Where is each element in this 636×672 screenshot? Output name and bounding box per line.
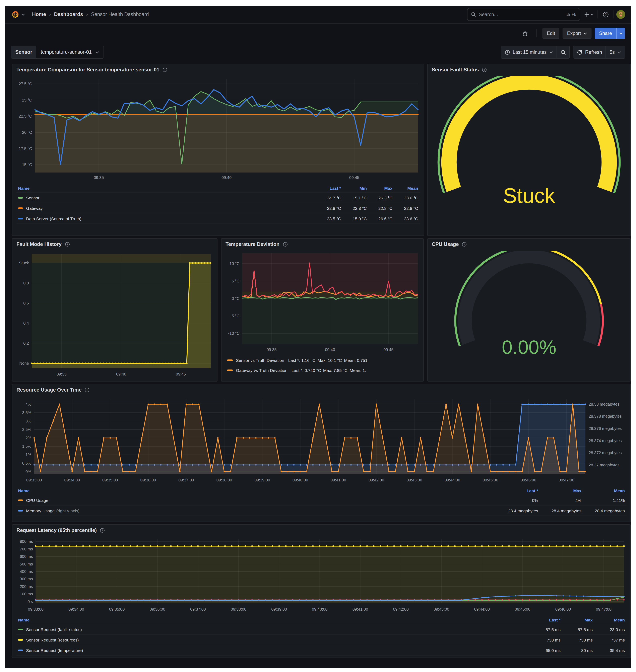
refresh-interval-dropdown[interactable]: 5s: [606, 46, 625, 58]
legend-header-cell[interactable]: Last *: [529, 617, 560, 622]
time-range-picker[interactable]: Last 15 minutes: [501, 46, 557, 58]
sensor-variable-dropdown[interactable]: Sensor temperature-sensor-01: [11, 46, 104, 59]
legend-item[interactable]: Gateway vs Truth DeviationLast *: 0.740 …: [227, 365, 420, 375]
svg-text:0%: 0%: [25, 469, 31, 474]
svg-text:09:44:00: 09:44:00: [474, 607, 490, 611]
legend-header-cell[interactable]: Last *: [495, 488, 538, 493]
legend-row[interactable]: CPU Usage0%4%1.41%: [17, 495, 627, 506]
svg-text:i: i: [464, 243, 465, 246]
legend-header: NameLast *MaxMean: [17, 486, 627, 495]
panel-header[interactable]: Request Latency (95th percentile) i: [13, 525, 630, 536]
request-latency-chart[interactable]: 09:33:0009:34:0009:35:0009:36:0009:37:00…: [15, 536, 628, 613]
help-button[interactable]: ?: [600, 9, 611, 20]
legend-header-cell[interactable]: Min: [341, 186, 367, 190]
legend-row[interactable]: Sensor Request (fault_status)57.5 ms57.5…: [17, 624, 627, 635]
export-button[interactable]: Export: [563, 28, 592, 39]
fault-mode-history-chart[interactable]: 09:3509:4009:45None0.20.40.60.8Stuck: [15, 251, 215, 378]
dashboard-toolbar: Sensor temperature-sensor-01 Last 15 min…: [5, 43, 631, 61]
legend-row[interactable]: Gateway22.8 °C22.8 °C22.8 °C22.8 °C: [17, 203, 420, 213]
series-color-swatch-icon: [18, 629, 23, 630]
legend-series-name[interactable]: Sensor Request (resources): [18, 637, 529, 642]
legend-header-cell[interactable]: Mean: [593, 617, 625, 622]
legend-series-name[interactable]: Sensor Request (fault_status): [18, 627, 529, 632]
legend-header-cell[interactable]: Max: [538, 488, 581, 493]
share-button[interactable]: Share: [595, 28, 616, 39]
breadcrumb-dashboards[interactable]: Dashboards: [54, 12, 83, 17]
star-button[interactable]: [519, 28, 531, 39]
legend-header-cell[interactable]: Name: [18, 186, 315, 190]
resource-usage-chart[interactable]: 09:33:0009:34:0009:35:0009:36:0009:37:00…: [15, 395, 628, 484]
svg-text:09:35:00: 09:35:00: [109, 607, 125, 611]
svg-text:28.378 megabytes: 28.378 megabytes: [589, 414, 622, 419]
divider: [536, 29, 537, 37]
svg-text:0 °C: 0 °C: [232, 296, 240, 301]
panel-header[interactable]: CPU Usage i: [428, 239, 630, 250]
svg-text:0.2: 0.2: [23, 341, 29, 345]
panel-header[interactable]: Sensor Fault Status i: [428, 64, 630, 76]
legend-header-cell[interactable]: Name: [18, 617, 529, 622]
legend-row[interactable]: Sensor Request (temperature)65.0 ms80 ms…: [17, 645, 627, 655]
variable-value[interactable]: temperature-sensor-01: [36, 46, 103, 58]
legend-header-cell[interactable]: Last *: [315, 186, 341, 190]
legend-series-name[interactable]: Sensor: [18, 195, 315, 200]
svg-text:700 ms: 700 ms: [20, 547, 33, 551]
panel-cpu-usage: CPU Usage i 0.00%: [428, 238, 631, 382]
panel-request-latency: Request Latency (95th percentile) i 09:3…: [12, 524, 631, 658]
legend-stat-value: 65.0 ms: [529, 648, 560, 653]
legend-stat-value: 15.0 °C: [341, 216, 367, 221]
share-caret-button[interactable]: [616, 28, 625, 39]
svg-text:09:37:00: 09:37:00: [178, 478, 194, 482]
temperature-deviation-chart[interactable]: 09:3509:4009:45-10 °C-5 °C0 °C5 °C10 °C: [224, 251, 421, 353]
legend-header-cell[interactable]: Name: [18, 488, 495, 493]
grafana-logo-menu[interactable]: [11, 10, 25, 19]
panel-header[interactable]: Temperature Comparison for Sensor temper…: [13, 64, 424, 76]
legend-series-name[interactable]: Gateway: [18, 206, 315, 210]
svg-text:09:47:00: 09:47:00: [559, 478, 574, 482]
legend-row[interactable]: Memory Usage(right y-axis)28.4 megabytes…: [17, 506, 627, 516]
zoom-out-button[interactable]: [557, 46, 570, 58]
panel-temperature-deviation: Temperature Deviation i 09:3509:4009:45-…: [221, 238, 424, 382]
svg-text:400 ms: 400 ms: [20, 569, 33, 574]
breadcrumb-home[interactable]: Home: [32, 12, 46, 17]
svg-text:i: i: [164, 68, 165, 72]
legend-stat-value: 22.8 °C: [393, 206, 418, 210]
legend-row[interactable]: Data Server (Source of Truth)23.5 °C15.0…: [17, 213, 420, 224]
legend-series-name[interactable]: CPU Usage: [18, 498, 495, 503]
cpu-usage-gauge[interactable]: 0.00%: [428, 251, 630, 378]
temperature-comparison-chart[interactable]: 09:3509:4009:4515 °C17.5 °C20 °C22.5 °C2…: [15, 76, 421, 181]
legend-header-cell[interactable]: Mean: [393, 186, 418, 190]
series-color-swatch-icon: [227, 359, 233, 361]
series-color-swatch-icon: [18, 197, 23, 198]
svg-text:09:45:00: 09:45:00: [482, 478, 498, 482]
legend-item[interactable]: Sensor vs Truth DeviationLast *: 1.16 °C…: [227, 355, 420, 365]
svg-text:09:39:00: 09:39:00: [271, 607, 287, 611]
svg-text:09:46:00: 09:46:00: [555, 607, 571, 611]
panel-header[interactable]: Temperature Deviation i: [221, 239, 423, 250]
legend-stat-value: 26.3 °C: [367, 195, 393, 200]
legend-row[interactable]: Sensor Request (resources)738 ms738 ms73…: [17, 635, 627, 645]
legend-header-cell[interactable]: Max: [367, 186, 393, 190]
variable-label: Sensor: [11, 46, 36, 58]
add-button[interactable]: [583, 9, 595, 20]
legend-row[interactable]: Sensor24.7 °C15.1 °C26.3 °C23.6 °C: [17, 192, 420, 203]
legend-stat-value: 80 ms: [560, 648, 593, 653]
sensor-fault-gauge[interactable]: Stuck: [428, 76, 630, 232]
legend-series-name[interactable]: Sensor Request (temperature): [18, 648, 529, 653]
edit-button[interactable]: Edit: [542, 28, 559, 39]
refresh-button[interactable]: Refresh: [574, 46, 606, 58]
legend-series-name[interactable]: Data Server (Source of Truth): [18, 216, 315, 221]
avatar[interactable]: [616, 10, 625, 19]
svg-text:09:34:00: 09:34:00: [68, 607, 84, 611]
panel-title: Resource Usage Over Time: [17, 387, 82, 393]
series-color-swatch-icon: [18, 207, 23, 209]
legend-header-cell[interactable]: Mean: [581, 488, 625, 493]
search-input[interactable]: Search... ctrl+k: [467, 8, 580, 21]
panel-header[interactable]: Fault Mode History i: [13, 239, 217, 250]
panel-sensor-fault-status: Sensor Fault Status i Stuck: [428, 64, 631, 236]
legend-series-name[interactable]: Memory Usage(right y-axis): [18, 508, 495, 513]
legend-header-cell[interactable]: Max: [560, 617, 593, 622]
panel-header[interactable]: Resource Usage Over Time i: [13, 384, 630, 395]
chevron-down-icon: [583, 32, 587, 35]
share-split-button[interactable]: Share: [595, 28, 625, 39]
legend-stat-value: 23.6 °C: [393, 195, 418, 200]
